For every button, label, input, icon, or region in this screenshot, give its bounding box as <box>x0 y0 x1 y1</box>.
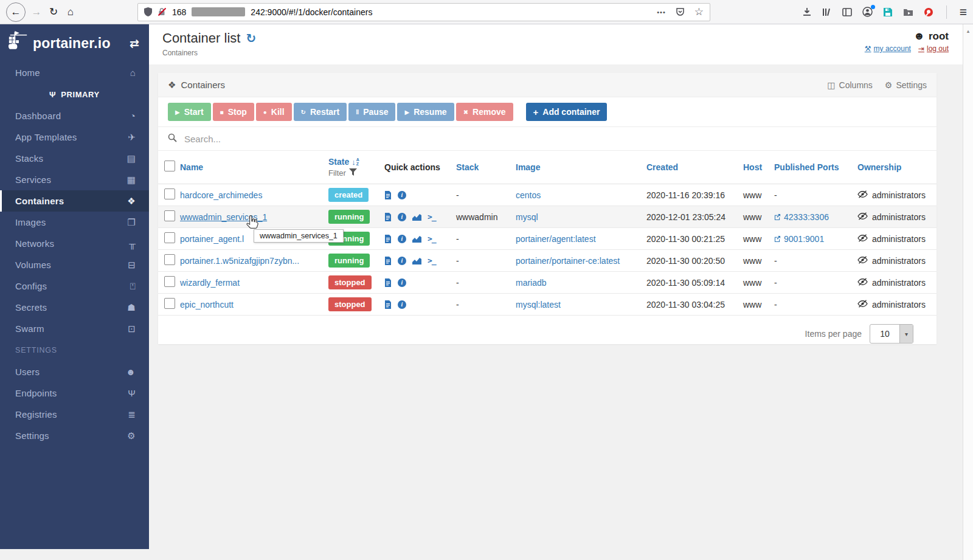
sidebar-item-dashboard[interactable]: Dashboard◔ <box>0 105 149 126</box>
row-checkbox[interactable] <box>164 210 175 221</box>
account-icon[interactable] <box>862 7 873 17</box>
sidebar-item-secrets[interactable]: Secrets☗ <box>0 297 149 318</box>
sidebar-toggle-icon[interactable]: ⇄ <box>130 36 139 50</box>
console-icon[interactable]: >_ <box>428 234 436 243</box>
add-container-button[interactable]: +Add container <box>526 103 608 121</box>
table-row[interactable]: epic_northcutt stopped i - mysql:latest … <box>158 294 937 316</box>
page-scrollbar[interactable]: ▴ <box>963 24 973 560</box>
remove-button[interactable]: ✖Remove <box>456 103 513 121</box>
col-header-stack[interactable]: Stack <box>456 162 516 172</box>
container-name-link[interactable]: portainer_agent.l <box>180 234 244 244</box>
sidebar-item-home[interactable]: Home⌂ <box>0 62 149 83</box>
row-checkbox[interactable] <box>164 254 175 265</box>
image-link[interactable]: mariadb <box>516 278 547 288</box>
logs-icon[interactable] <box>384 300 392 309</box>
table-row[interactable]: hardcore_archimedes created i - centos 2… <box>158 184 937 206</box>
col-header-ownership[interactable]: Ownership <box>857 162 937 172</box>
sidebar-item-swarm[interactable]: Swarm⊡ <box>0 318 149 339</box>
my-account-link[interactable]: ⚒ my account <box>865 44 911 53</box>
inspect-icon[interactable]: i <box>398 213 406 221</box>
state-sort[interactable]: State ↓AZ <box>328 157 384 167</box>
container-name-link[interactable]: hardcore_archimedes <box>180 190 262 200</box>
published-port-link[interactable]: 9001:9001 <box>774 234 857 244</box>
page-size-select[interactable]: 10 ▾ <box>870 324 913 344</box>
sidebar-item-settings[interactable]: Settings⚙ <box>0 425 149 446</box>
sidebar-item-networks[interactable]: Networks╥ <box>0 233 149 254</box>
search-input[interactable] <box>183 133 927 145</box>
select-all-checkbox[interactable] <box>164 161 175 171</box>
page-actions-icon[interactable]: ••• <box>657 9 666 16</box>
container-name-link[interactable]: epic_northcutt <box>180 300 234 309</box>
table-row[interactable]: portainer.1.w5nizafgjipn7zybn... running… <box>158 250 937 272</box>
log-out-link[interactable]: ⇥ log out <box>918 44 949 53</box>
container-name-link[interactable]: wizardly_fermat <box>180 278 240 288</box>
browser-forward-icon[interactable]: → <box>28 4 45 21</box>
image-link[interactable]: mysql <box>516 212 538 222</box>
scroll-up-arrow-icon[interactable]: ▴ <box>963 24 973 34</box>
logs-icon[interactable] <box>384 213 392 221</box>
download-icon[interactable] <box>802 7 812 17</box>
resume-button[interactable]: ▶Resume <box>397 103 454 121</box>
console-icon[interactable]: >_ <box>428 256 436 265</box>
url-bar[interactable]: 168 242:9000/#!/1/docker/containers ••• … <box>137 3 710 21</box>
sidebar-item-containers[interactable]: Containers❖ <box>0 190 149 212</box>
start-button[interactable]: ▶Start <box>168 103 211 121</box>
sidebar-item-volumes[interactable]: Volumes⊟ <box>0 254 149 275</box>
tracking-shield-icon[interactable] <box>144 7 152 16</box>
sidebar-item-services[interactable]: Services▦ <box>0 169 149 190</box>
sidebar-item-stacks[interactable]: Stacks▤ <box>0 148 149 169</box>
library-icon[interactable] <box>822 7 832 17</box>
sidebar-item-images[interactable]: Images❐ <box>0 212 149 233</box>
brand[interactable]: portainer.io ⇄ <box>0 24 149 62</box>
sidebar-item-app-templates[interactable]: App Templates✈ <box>0 126 149 148</box>
sidebar-item-endpoints[interactable]: EndpointsΨ <box>0 382 149 404</box>
row-checkbox[interactable] <box>164 232 175 243</box>
row-checkbox[interactable] <box>164 276 175 287</box>
inspect-icon[interactable]: i <box>398 257 406 265</box>
inspect-icon[interactable]: i <box>398 300 406 309</box>
stats-icon[interactable] <box>412 213 421 221</box>
image-link[interactable]: centos <box>516 190 541 200</box>
table-settings-button[interactable]: ⚙ Settings <box>885 80 927 90</box>
menu-icon[interactable]: ≡ <box>960 5 967 19</box>
pause-button[interactable]: ‖Pause <box>348 103 395 121</box>
refresh-icon[interactable]: ↻ <box>246 31 256 46</box>
col-header-published-ports[interactable]: Published Ports <box>774 162 857 172</box>
image-link[interactable]: portainer/portainer-ce:latest <box>516 256 620 266</box>
published-port-link[interactable]: 42333:3306 <box>774 212 857 222</box>
logs-icon[interactable] <box>384 235 392 243</box>
columns-button[interactable]: ◫ Columns <box>827 80 872 90</box>
sidebar-item-configs[interactable]: Configs⍞ <box>0 275 149 297</box>
restart-button[interactable]: ↻Restart <box>294 103 347 121</box>
stats-icon[interactable] <box>412 257 421 264</box>
col-header-host[interactable]: Host <box>743 162 774 172</box>
col-header-name[interactable]: Name <box>180 162 328 172</box>
browser-reload-icon[interactable]: ↻ <box>45 4 62 21</box>
blocker-extension-icon[interactable] <box>924 7 933 17</box>
sidebars-toggle-icon[interactable] <box>842 8 852 16</box>
image-link[interactable]: portainer/agent:latest <box>516 234 596 244</box>
logs-icon[interactable] <box>384 278 392 287</box>
sidebar-item-users[interactable]: Users☻ <box>0 361 149 382</box>
image-link[interactable]: mysql:latest <box>516 300 561 309</box>
stats-icon[interactable] <box>412 235 421 243</box>
table-row[interactable]: wizardly_fermat stopped i - mariadb 2020… <box>158 272 937 294</box>
logs-icon[interactable] <box>384 257 392 265</box>
inspect-icon[interactable]: i <box>398 278 406 287</box>
browser-home-icon[interactable]: ⌂ <box>62 4 79 21</box>
sidebar-item-registries[interactable]: Registries≣ <box>0 404 149 425</box>
browser-back-icon[interactable]: ← <box>6 2 26 22</box>
media-folder-extension-icon[interactable] <box>903 8 913 16</box>
inspect-icon[interactable]: i <box>398 235 406 243</box>
table-row[interactable]: wwwadmin_services_1 running i >_ wwwadmi… <box>158 206 937 228</box>
insecure-lock-icon[interactable] <box>158 7 167 16</box>
stop-button[interactable]: ■Stop <box>213 103 254 121</box>
bookmark-star-icon[interactable]: ☆ <box>694 5 704 18</box>
save-extension-icon[interactable] <box>883 7 893 17</box>
pocket-icon[interactable] <box>676 7 685 16</box>
inspect-icon[interactable]: i <box>398 191 406 199</box>
col-header-created[interactable]: Created <box>646 162 743 172</box>
container-name-link[interactable]: portainer.1.w5nizafgjipn7zybn... <box>180 256 299 266</box>
console-icon[interactable]: >_ <box>428 212 436 221</box>
col-header-image[interactable]: Image <box>516 162 646 172</box>
